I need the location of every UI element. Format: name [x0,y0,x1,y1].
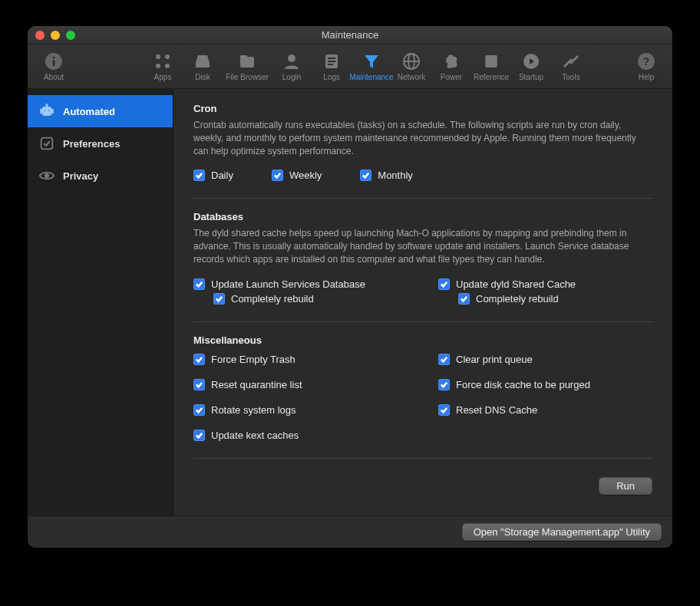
toolbar-reference[interactable]: Reference [471,52,511,81]
toolbar-startup[interactable]: Startup [511,52,551,81]
toolbar-label: Network [398,73,426,81]
section-title: Cron [193,103,652,114]
toolbar-network[interactable]: Network [391,52,431,81]
run-button[interactable]: Run [599,477,652,495]
checkbox-update-kext-caches[interactable]: Update kext caches [193,430,408,441]
checkbox-launch-services-rebuild[interactable]: Completely rebuild [213,293,408,305]
svg-rect-12 [328,61,335,62]
reference-icon [482,52,500,71]
file-browser-icon [238,52,256,71]
toolbar-file-browser[interactable]: File Browser [223,52,272,81]
checkbox-weekly[interactable]: Weekly [272,170,322,181]
section-databases: Databases The dyld shared cache helps sp… [193,211,652,321]
checkbox-rotate-system-logs[interactable]: Rotate system logs [193,404,408,416]
startup-icon [522,52,540,71]
toolbar-power[interactable]: Power [431,52,471,81]
info-icon [45,52,63,71]
svg-point-23 [48,110,50,111]
svg-rect-26 [46,104,48,107]
toolbar-help-label: Help [639,73,655,81]
checkbox-reset-quarantine[interactable]: Reset quarantine list [193,379,408,390]
toolbar-login[interactable]: Login [272,52,312,81]
close-window-button[interactable] [35,31,45,40]
check-icon [193,354,205,365]
power-icon [442,52,461,71]
toolbar-maintenance[interactable]: Maintenance [352,52,391,81]
toolbar-disk[interactable]: Disk [183,52,223,81]
svg-rect-24 [41,109,42,114]
network-icon [402,52,421,71]
sidebar-label: Preferences [63,138,120,150]
run-button-row: Run [193,477,652,495]
check-icon [193,379,205,390]
section-description: Crontab automatically runs executables (… [193,119,652,157]
zoom-window-button[interactable] [66,31,75,40]
checkbox-label: Update Launch Services Database [211,278,365,290]
check-icon [272,170,283,181]
sidebar-item-privacy[interactable]: Privacy [28,160,173,192]
toolbar-tools[interactable]: Tools [551,52,591,81]
svg-point-6 [165,64,170,68]
checkbox-daily[interactable]: Daily [193,170,233,181]
checkbox-dyld-rebuild[interactable]: Completely rebuild [458,293,652,305]
content-pane: Cron Crontab automatically runs executab… [173,89,672,515]
svg-point-28 [45,173,49,178]
toolbar-help[interactable]: ? Help [626,52,666,81]
svg-rect-1 [53,60,55,66]
checkbox-reset-dns-cache[interactable]: Reset DNS Cache [438,404,652,416]
svg-point-5 [156,64,160,68]
toolbar-label: Power [441,73,462,81]
eye-icon [38,167,55,184]
checkbox-label: Completely rebuild [476,293,559,305]
check-icon [438,404,450,416]
section-title: Miscellaneous [193,334,652,346]
checkbox-update-launch-services[interactable]: Update Launch Services Database [193,278,408,290]
svg-rect-11 [328,58,335,59]
app-window: Maintenance About Apps Disk File Browser… [28,26,672,548]
svg-text:?: ? [643,55,650,68]
checkbox-label: Reset quarantine list [211,379,302,390]
toolbar-label: Startup [519,73,543,81]
toolbar-center: Apps Disk File Browser Login Logs Mainte… [143,52,591,81]
open-storage-management-button[interactable]: Open "Storage Management.app" Utility [462,523,662,541]
checkbox-clear-print-queue[interactable]: Clear print queue [438,354,652,365]
checkbox-force-empty-trash[interactable]: Force Empty Trash [193,354,408,365]
check-icon [193,430,205,441]
checkbox-label: Daily [211,170,233,181]
sidebar: Automated Preferences Privacy [28,89,173,515]
body: Automated Preferences Privacy Cron Cront… [28,89,672,515]
section-description: The dyld shared cache helps speed up lau… [193,227,652,265]
toolbar-label: Disk [195,73,210,81]
toolbar-label: File Browser [226,73,269,81]
toolbar: About Apps Disk File Browser Login Logs [28,44,672,89]
footer: Open "Storage Management.app" Utility [28,515,672,548]
sidebar-label: Automated [63,106,115,117]
svg-point-9 [288,54,296,62]
toolbar-logs[interactable]: Logs [312,52,352,81]
checkbox-icon [38,135,55,152]
checkbox-force-disk-cache-purge[interactable]: Force disk cache to be purged [438,379,652,390]
svg-rect-25 [51,109,53,114]
sidebar-item-preferences[interactable]: Preferences [28,127,173,160]
toolbar-label: Tools [562,73,579,81]
toolbar-label: Maintenance [349,73,393,81]
toolbar-about[interactable]: About [34,52,74,81]
svg-rect-8 [240,55,247,58]
checkbox-monthly[interactable]: Monthly [360,170,413,181]
checkbox-label: Completely rebuild [231,293,314,305]
toolbar-apps[interactable]: Apps [143,52,183,81]
window-title: Maintenance [28,29,672,41]
login-icon [282,52,301,71]
svg-point-22 [44,110,45,111]
svg-point-3 [156,54,160,59]
check-icon [193,404,205,416]
svg-point-4 [165,54,170,59]
checkbox-label: Reset DNS Cache [456,404,537,416]
maintenance-icon [362,52,381,71]
tools-icon [562,52,580,71]
check-icon [360,170,371,181]
logs-icon [322,52,341,71]
sidebar-item-automated[interactable]: Automated [28,95,173,127]
checkbox-update-dyld-cache[interactable]: Update dyld Shared Cache [438,278,652,290]
minimize-window-button[interactable] [51,31,60,40]
